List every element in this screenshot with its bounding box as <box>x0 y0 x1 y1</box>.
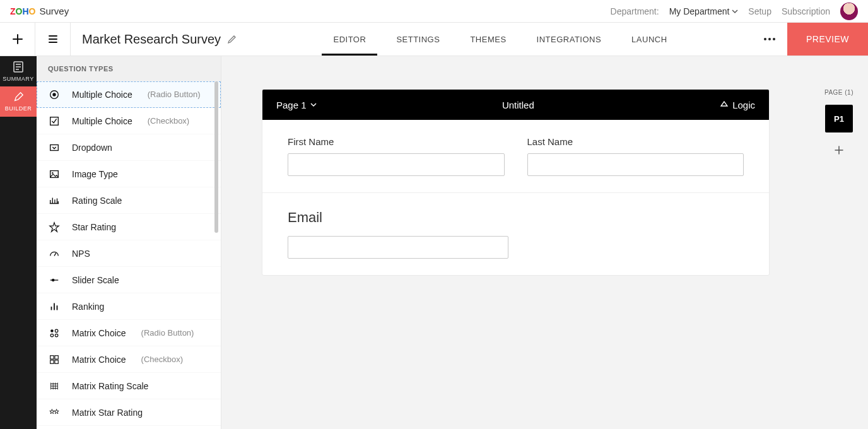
last-name-col: Last Name <box>527 136 744 176</box>
logo-zoho-icon: ZOHO <box>10 6 35 16</box>
add-page-button[interactable] <box>831 143 847 158</box>
question-name-block[interactable]: First Name Last Name <box>262 120 769 193</box>
tab-editor[interactable]: EDITOR <box>333 23 366 56</box>
question-type-sublabel: (Radio Button) <box>141 328 194 338</box>
plus-icon <box>12 33 23 45</box>
survey-list-button[interactable] <box>35 23 71 56</box>
question-type-item[interactable]: Ranking <box>37 293 221 320</box>
question-type-label: Matrix Rating Scale <box>72 381 148 391</box>
survey-title-wrap: Market Research Survey <box>71 23 249 56</box>
left-rail: SUMMARY BUILDER <box>0 56 37 429</box>
email-label: Email <box>288 209 744 226</box>
page-selector[interactable]: Page 1 <box>276 100 317 110</box>
email-input[interactable] <box>288 236 508 259</box>
question-type-sublabel: (Checkbox) <box>148 116 189 126</box>
last-name-label: Last Name <box>527 136 744 147</box>
question-type-item[interactable]: Multiple Choice (Radio Button) <box>37 81 221 108</box>
new-survey-button[interactable] <box>0 23 35 56</box>
main-tabs: EDITOR SETTINGS THEMES INTEGRATIONS LAUN… <box>249 23 752 56</box>
rail-summary[interactable]: SUMMARY <box>0 56 37 86</box>
page-card: Page 1 Untitled Logic First Name <box>262 89 770 276</box>
topbar-right: Department: My Department Setup Subscrip… <box>611 3 858 20</box>
matrix-star-icon <box>48 406 61 419</box>
question-type-item[interactable]: Rating Scale <box>37 187 221 214</box>
edit-pencil-icon[interactable] <box>227 34 237 44</box>
rating-scale-icon <box>48 194 61 207</box>
tab-themes[interactable]: THEMES <box>470 23 506 56</box>
first-name-label: First Name <box>288 136 505 147</box>
subscription-link[interactable]: Subscription <box>782 6 830 16</box>
scrollbar-track[interactable] <box>214 81 218 426</box>
matrix-checkbox-icon <box>48 353 61 366</box>
scrollbar-thumb[interactable] <box>214 81 218 233</box>
checkbox-icon <box>48 115 61 127</box>
rail-summary-label: SUMMARY <box>3 76 33 82</box>
question-type-label: Star Rating <box>72 222 116 232</box>
svg-point-11 <box>50 329 54 332</box>
question-type-item[interactable]: NPS <box>37 240 221 267</box>
matrix-rating-icon <box>48 380 61 392</box>
question-type-item[interactable]: Matrix Choice (Checkbox) <box>37 346 221 373</box>
question-type-item[interactable]: Dropdown <box>37 134 221 161</box>
first-name-col: First Name <box>288 136 505 176</box>
question-type-label: Ranking <box>72 302 104 312</box>
rail-builder[interactable]: BUILDER <box>0 86 37 117</box>
logic-button[interactable]: Logic <box>720 100 755 110</box>
setup-link[interactable]: Setup <box>748 6 771 16</box>
first-name-input[interactable] <box>288 153 505 176</box>
more-dots-icon <box>763 37 776 41</box>
page-rail-label: PAGE (1) <box>824 89 853 96</box>
svg-rect-6 <box>50 117 59 125</box>
image-icon <box>48 168 61 180</box>
slider-icon <box>48 274 61 286</box>
survey-title: Market Research Survey <box>82 32 221 47</box>
editor-canvas: Page 1 Untitled Logic First Name <box>221 56 868 429</box>
logo: ZOHO Survey <box>10 6 69 16</box>
avatar[interactable] <box>840 3 858 20</box>
question-type-item[interactable]: Star Rating <box>37 214 221 240</box>
svg-point-1 <box>768 38 771 40</box>
star-icon <box>48 221 61 233</box>
question-type-item[interactable]: Slider Scale <box>37 267 221 293</box>
page-rail: PAGE (1) P1 <box>810 56 868 429</box>
svg-point-9 <box>52 172 53 173</box>
question-type-item[interactable]: Multiple Choice (Checkbox) <box>37 108 221 134</box>
logic-icon <box>720 100 729 109</box>
page-selector-label: Page 1 <box>276 100 307 110</box>
svg-point-13 <box>50 334 54 337</box>
svg-point-5 <box>52 93 56 96</box>
tab-integrations[interactable]: INTEGRATIONS <box>537 23 602 56</box>
secondbar: Market Research Survey EDITOR SETTINGS T… <box>0 23 868 56</box>
department-selector[interactable]: My Department <box>669 6 739 16</box>
question-type-item[interactable]: Matrix Choice (Radio Button) <box>37 320 221 346</box>
question-type-label: Matrix Choice <box>72 355 126 365</box>
workspace: SUMMARY BUILDER QUESTION TYPES Multiple … <box>0 56 868 429</box>
name-row: First Name Last Name <box>288 136 744 176</box>
logo-product-name: Survey <box>39 6 69 16</box>
page-thumb[interactable]: P1 <box>825 105 853 132</box>
question-type-item[interactable]: Matrix Star Rating <box>37 399 221 426</box>
svg-rect-18 <box>55 360 58 363</box>
department-value: My Department <box>669 6 730 16</box>
question-type-label: Rating Scale <box>72 196 122 206</box>
page-title[interactable]: Untitled <box>324 100 713 110</box>
svg-point-10 <box>52 278 55 281</box>
question-type-label: Multiple Choice <box>72 116 132 126</box>
builder-icon <box>13 91 24 103</box>
question-type-item[interactable]: Image Type <box>37 161 221 187</box>
question-type-item[interactable]: Matrix Rating Scale <box>37 373 221 399</box>
question-type-list: Multiple Choice (Radio Button) Multiple … <box>37 81 221 429</box>
question-type-label: Dropdown <box>72 143 112 153</box>
question-type-label: Image Type <box>72 169 118 179</box>
preview-button[interactable]: PREVIEW <box>787 23 868 56</box>
radio-icon <box>48 88 61 101</box>
svg-point-14 <box>55 334 58 337</box>
question-type-sublabel: (Checkbox) <box>141 355 183 364</box>
question-type-label: NPS <box>72 249 90 259</box>
tab-settings[interactable]: SETTINGS <box>396 23 440 56</box>
last-name-input[interactable] <box>527 153 744 176</box>
question-email-block[interactable]: Email <box>262 193 769 275</box>
more-menu-button[interactable] <box>752 23 787 56</box>
chevron-down-icon <box>732 8 738 15</box>
tab-launch[interactable]: LAUNCH <box>631 23 667 56</box>
